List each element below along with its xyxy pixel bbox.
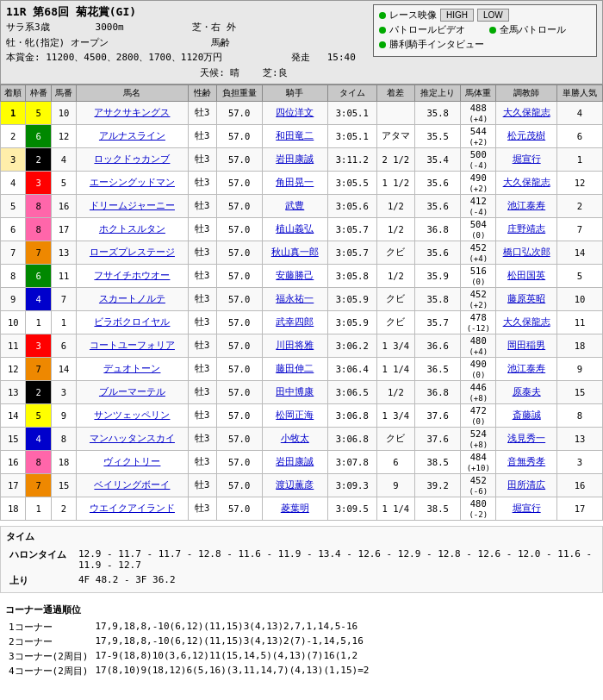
trainer-link[interactable]: 田所清広 [507, 479, 545, 490]
uma-cell: 16 [51, 195, 76, 218]
trainer-link[interactable]: 浅見秀一 [507, 433, 545, 443]
horse-name-link[interactable]: スカートノルテ [99, 293, 165, 303]
horse-name-link[interactable]: マンハッタンスカイ [90, 433, 175, 443]
diff-cell: 1/2 [376, 265, 415, 288]
agari-value: 4F 48.2 - 3F 36.2 [75, 572, 597, 589]
trainer-link[interactable]: 原泰夫 [513, 386, 541, 397]
table-row: 1 5 10 アサクサキングス 牡3 57.0 四位洋文 3:05.1 35.8… [1, 102, 603, 125]
winner-interview-label: 勝利騎手インタビュー [389, 38, 484, 51]
jockey-link[interactable]: 岩田康誠 [276, 456, 314, 466]
jockey-link[interactable]: 松岡正海 [276, 409, 314, 420]
high-button[interactable]: HIGH [440, 9, 474, 22]
trainer-cell: 音無秀孝 [496, 451, 557, 474]
jockey-link[interactable]: 武幸四郎 [276, 316, 314, 327]
diff-cell: 1 1/2 [376, 172, 415, 195]
horse-name-link[interactable]: ベイリングボーイ [94, 479, 170, 490]
jockey-link[interactable]: 岩田康誠 [276, 153, 314, 164]
name-cell: ロックドゥカンブ [77, 148, 188, 172]
time-section: タイム ハロンタイム 12.9 - 11.7 - 11.7 - 12.8 - 1… [0, 526, 603, 593]
jockey-link[interactable]: 秋山真一郎 [271, 247, 319, 257]
uma-cell: 12 [51, 125, 76, 148]
rise-cell: 35.6 [415, 195, 461, 218]
time-cell: 3:06.5 [328, 381, 376, 404]
time-cell: 3:05.7 [328, 218, 376, 241]
jockey-link[interactable]: 菱葉明 [281, 503, 309, 513]
trainer-link[interactable]: 松田国英 [507, 270, 545, 280]
pop-cell: 2 [556, 195, 602, 218]
jockey-link[interactable]: 四位洋文 [276, 107, 314, 117]
low-button[interactable]: LOW [477, 9, 509, 22]
table-row: 17 7 15 ベイリングボーイ 牡3 57.0 渡辺薫彦 3:09.3 9 3… [1, 474, 603, 497]
uma-cell: 2 [51, 497, 76, 521]
trainer-link[interactable]: 庄野靖志 [507, 223, 545, 234]
th-pop: 単勝人気 [556, 85, 602, 102]
jockey-link[interactable]: 和田竜二 [276, 130, 314, 141]
trainer-link[interactable]: 大久保龍志 [503, 177, 550, 187]
rise-cell: 35.6 [415, 241, 461, 265]
jockey-link[interactable]: 小牧太 [281, 433, 309, 443]
trainer-link[interactable]: 音無秀孝 [507, 456, 545, 466]
rise-cell: 39.2 [415, 474, 461, 497]
jockey-link[interactable]: 藤田伸二 [276, 363, 314, 373]
trainer-link[interactable]: 池江泰寿 [507, 200, 545, 210]
th-diff: 着差 [376, 85, 415, 102]
waku-cell: 7 [26, 358, 51, 381]
jockey-link[interactable]: 植山義弘 [276, 223, 314, 234]
trainer-link[interactable]: 堀宣行 [513, 503, 541, 513]
trainer-link[interactable]: 大久保龍志 [503, 316, 550, 327]
horse-name-link[interactable]: ロックドゥカンブ [94, 153, 170, 164]
jockey-link[interactable]: 渡辺薫彦 [276, 479, 314, 490]
trainer-link[interactable]: 池江泰寿 [507, 363, 545, 373]
horse-name-link[interactable]: ローズプレステージ [90, 247, 175, 257]
jockey-link[interactable]: 武豊 [285, 200, 304, 210]
waku-cell: 3 [26, 334, 51, 358]
jockey-link[interactable]: 安藤勝己 [276, 270, 314, 280]
corner-label: 4コーナー(2周目) [5, 664, 92, 678]
waku-cell: 5 [26, 102, 51, 125]
th-time: タイム [328, 85, 376, 102]
horse-name-link[interactable]: コートユーフォリア [90, 340, 175, 350]
trainer-link[interactable]: 大久保龍志 [503, 107, 550, 117]
jockey-link[interactable]: 福永祐一 [276, 293, 314, 303]
trainer-link[interactable]: 岡田稲男 [507, 340, 545, 350]
horse-name-link[interactable]: フサイチホウオー [94, 270, 170, 280]
jockey-cell: 角田晃一 [262, 172, 327, 195]
time-cell: 3:09.5 [328, 497, 376, 521]
weight-cell: 446(+8) [461, 381, 496, 404]
time-cell: 3:06.4 [328, 358, 376, 381]
weight-cell: 452(+2) [461, 288, 496, 311]
horse-name-link[interactable]: ビラボクロイヤル [94, 316, 170, 327]
name-cell: ドリームジャーニー [77, 195, 188, 218]
futan-cell: 57.0 [216, 474, 262, 497]
horse-name-link[interactable]: サンツェッペリン [94, 409, 170, 420]
horse-name-link[interactable]: ドリームジャーニー [90, 200, 175, 210]
horse-name-link[interactable]: ホクトスルタン [99, 223, 165, 234]
trainer-link[interactable]: 橋口弘次郎 [503, 247, 550, 257]
horse-name-link[interactable]: アルナスライン [99, 130, 165, 141]
th-rise: 推定上り [415, 85, 461, 102]
horse-name-link[interactable]: デュオトーン [103, 363, 160, 373]
horse-name-link[interactable]: エーシングッドマン [90, 177, 175, 187]
horse-name-link[interactable]: アサクサキングス [94, 107, 170, 117]
name-cell: エーシングッドマン [77, 172, 188, 195]
trainer-cell: 斎藤誠 [496, 404, 557, 428]
horse-name-link[interactable]: ウエイクアイランド [90, 503, 175, 513]
sex-cell: 牡3 [188, 474, 216, 497]
jockey-link[interactable]: 川田将雅 [276, 340, 314, 350]
order-cell: 14 [1, 404, 26, 428]
time-cell: 3:06.2 [328, 334, 376, 358]
jockey-link[interactable]: 田中博康 [276, 386, 314, 397]
trainer-link[interactable]: 斎藤誠 [513, 409, 541, 420]
trainer-link[interactable]: 松元茂樹 [507, 130, 545, 141]
trainer-link[interactable]: 堀宣行 [513, 153, 541, 164]
surface: 芝・右 外 [192, 22, 236, 33]
rise-cell: 35.5 [415, 125, 461, 148]
table-row: 5 8 16 ドリームジャーニー 牡3 57.0 武豊 3:05.6 1/2 3… [1, 195, 603, 218]
horse-name-link[interactable]: ヴィクトリー [103, 456, 160, 466]
trainer-link[interactable]: 藤原英昭 [507, 293, 545, 303]
jockey-link[interactable]: 角田晃一 [276, 177, 314, 187]
pop-cell: 6 [556, 125, 602, 148]
diff-cell: 1/2 [376, 381, 415, 404]
table-row: 6 8 17 ホクトスルタン 牡3 57.0 植山義弘 3:05.7 1/2 3… [1, 218, 603, 241]
horse-name-link[interactable]: ブルーマーテル [99, 386, 165, 397]
